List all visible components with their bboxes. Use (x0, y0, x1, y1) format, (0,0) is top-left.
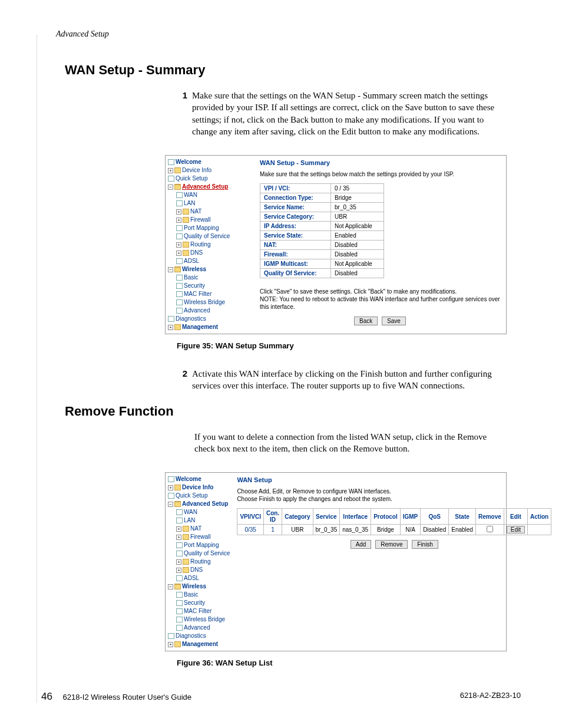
expander-icon[interactable]: + (168, 485, 173, 490)
nav-firewall[interactable]: Firewall (190, 216, 210, 223)
panel-subtitle: Make sure that the settings below match … (260, 171, 500, 177)
panel-note: Click "Save" to save these settings. Cli… (260, 288, 500, 311)
nav-management[interactable]: Management (182, 324, 218, 330)
remove-checkbox[interactable] (487, 526, 493, 532)
expander-icon[interactable]: + (176, 526, 181, 532)
cell-conid: 1 (263, 525, 282, 535)
nav-port-mapping[interactable]: Port Mapping (184, 225, 219, 231)
nav-quick-setup[interactable]: Quick Setup (176, 175, 207, 182)
back-button[interactable]: Back (354, 317, 378, 325)
nav-device-info[interactable]: Device Info (182, 167, 211, 173)
nav-lan[interactable]: LAN (184, 200, 195, 206)
nav-welcome[interactable]: Welcome (176, 159, 201, 165)
cell-qos: Disabled (421, 525, 449, 535)
nav-diagnostics[interactable]: Diagnostics (176, 315, 206, 322)
remove-button[interactable]: Remove (375, 540, 408, 549)
expander-icon[interactable]: + (176, 209, 181, 215)
nav-adsl[interactable]: ADSL (184, 575, 199, 581)
value-qos: Disabled (331, 269, 384, 278)
nav-firewall[interactable]: Firewall (190, 533, 210, 540)
page-icon (176, 200, 183, 206)
nav-mac-filter[interactable]: MAC Filter (184, 608, 211, 614)
nav-quick-setup[interactable]: Quick Setup (176, 492, 207, 499)
expander-icon[interactable]: + (176, 559, 181, 565)
th-category: Category (282, 509, 313, 525)
label-ip-address: IP Address: (260, 222, 331, 231)
nav-basic[interactable]: Basic (184, 274, 198, 281)
finish-button[interactable]: Finish (412, 540, 438, 549)
nav-advanced-setup[interactable]: Advanced Setup (182, 500, 228, 507)
page-number: 46 (41, 691, 52, 702)
nav-wireless[interactable]: Wireless (182, 583, 206, 589)
label-vpi-vci: VPI / VCI: (260, 184, 331, 193)
expander-icon[interactable]: − (168, 185, 173, 190)
nav-wireless-bridge[interactable]: Wireless Bridge (184, 299, 225, 305)
label-firewall: Firewall: (260, 250, 331, 259)
nav-lan[interactable]: LAN (184, 517, 195, 523)
expander-icon[interactable]: + (168, 642, 173, 647)
nav-nat[interactable]: NAT (190, 525, 201, 532)
add-button[interactable]: Add (351, 540, 372, 549)
nav-welcome[interactable]: Welcome (176, 476, 201, 482)
nav-routing[interactable]: Routing (190, 241, 210, 248)
nav-advanced[interactable]: Advanced (184, 307, 210, 314)
nav-port-mapping[interactable]: Port Mapping (184, 542, 219, 548)
page-icon (176, 225, 183, 231)
page-icon (176, 592, 183, 598)
cell-remove (475, 525, 504, 535)
nav-device-info[interactable]: Device Info (182, 484, 213, 490)
page-icon (176, 258, 183, 264)
label-service-category: Service Category: (260, 212, 331, 222)
nav-nat[interactable]: NAT (190, 208, 201, 215)
expander-icon[interactable]: + (176, 568, 181, 573)
nav-qos[interactable]: Quality of Service (184, 233, 230, 239)
folder-icon (174, 641, 181, 647)
footer-right: 6218-A2-ZB23-10 (460, 691, 521, 703)
summary-panel: WAN Setup - Summary Make sure that the s… (254, 156, 506, 334)
nav-dns[interactable]: DNS (190, 249, 203, 256)
expander-icon[interactable]: + (176, 535, 181, 540)
cell-action (528, 525, 551, 535)
nav-wireless[interactable]: Wireless (182, 266, 206, 272)
expander-icon[interactable]: + (176, 242, 181, 248)
page-icon (176, 575, 183, 581)
expander-icon[interactable]: − (168, 267, 173, 272)
nav-advanced-setup[interactable]: Advanced Setup (182, 183, 228, 190)
label-qos: Quality Of Service: (260, 269, 331, 278)
nav-wan[interactable]: WAN (184, 509, 197, 515)
nav-wan[interactable]: WAN (184, 192, 197, 198)
expander-icon[interactable]: + (168, 325, 173, 330)
nav-qos[interactable]: Quality of Service (184, 550, 230, 556)
label-conn-type: Connection Type: (260, 193, 331, 203)
wan-list-panel: WAN Setup Choose Add, Edit, or Remove to… (231, 473, 557, 651)
settings-table: VPI / VCI:0 / 35 Connection Type:Bridge … (260, 183, 384, 278)
folder-icon (183, 242, 189, 248)
page-footer: 46 6218-I2 Wireless Router User's Guide … (41, 691, 521, 703)
expander-icon[interactable]: + (168, 168, 173, 173)
expander-icon[interactable]: + (176, 251, 181, 256)
th-service: Service (313, 509, 340, 525)
save-button[interactable]: Save (382, 317, 406, 325)
edit-button[interactable]: Edit (507, 526, 525, 533)
page-icon (176, 518, 183, 523)
nav-management[interactable]: Management (182, 641, 218, 647)
nav-basic[interactable]: Basic (184, 591, 198, 598)
th-action: Action (528, 509, 551, 525)
nav-routing[interactable]: Routing (190, 558, 210, 565)
nav-tree: Welcome +Device Info Quick Setup −Advanc… (166, 156, 254, 334)
value-vpi-vci: 0 / 35 (331, 184, 384, 193)
nav-dns[interactable]: DNS (190, 566, 203, 573)
expander-icon[interactable]: − (168, 502, 173, 507)
page-icon (168, 493, 174, 499)
nav-security[interactable]: Security (184, 599, 205, 606)
expander-icon[interactable]: − (168, 584, 173, 589)
nav-wireless-bridge[interactable]: Wireless Bridge (184, 616, 225, 622)
expander-icon[interactable]: + (176, 218, 181, 223)
nav-diagnostics[interactable]: Diagnostics (176, 633, 206, 639)
value-service-state: Enabled (331, 231, 384, 241)
nav-adsl[interactable]: ADSL (184, 258, 199, 264)
nav-mac-filter[interactable]: MAC Filter (184, 291, 211, 297)
page-icon (168, 316, 174, 322)
nav-security[interactable]: Security (184, 282, 205, 289)
nav-advanced[interactable]: Advanced (184, 624, 210, 631)
